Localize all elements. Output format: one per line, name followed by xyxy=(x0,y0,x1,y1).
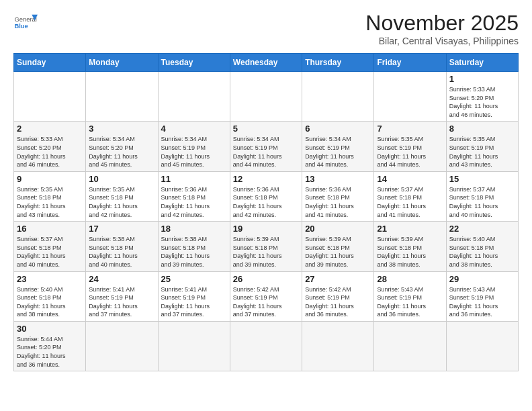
calendar-cell: 9Sunrise: 5:35 AM Sunset: 5:18 PM Daylig… xyxy=(14,171,86,221)
day-number: 9 xyxy=(17,174,83,184)
day-number: 5 xyxy=(233,124,299,134)
logo: General Blue xyxy=(13,11,38,35)
calendar-cell xyxy=(374,72,446,122)
calendar-cell: 11Sunrise: 5:36 AM Sunset: 5:18 PM Dayli… xyxy=(158,171,230,221)
day-number: 22 xyxy=(449,224,515,234)
day-info: Sunrise: 5:43 AM Sunset: 5:19 PM Dayligh… xyxy=(449,285,515,319)
calendar-cell: 14Sunrise: 5:37 AM Sunset: 5:18 PM Dayli… xyxy=(374,171,446,221)
day-info: Sunrise: 5:36 AM Sunset: 5:18 PM Dayligh… xyxy=(233,185,299,219)
calendar-cell: 21Sunrise: 5:39 AM Sunset: 5:18 PM Dayli… xyxy=(374,222,446,271)
day-info: Sunrise: 5:34 AM Sunset: 5:19 PM Dayligh… xyxy=(161,135,227,169)
day-number: 15 xyxy=(449,174,515,184)
calendar-cell xyxy=(86,321,158,371)
weekday-header-row: SundayMondayTuesdayWednesdayThursdayFrid… xyxy=(14,54,519,72)
day-info: Sunrise: 5:34 AM Sunset: 5:20 PM Dayligh… xyxy=(89,135,154,169)
day-number: 17 xyxy=(89,224,154,234)
day-number: 27 xyxy=(305,274,371,284)
day-number: 16 xyxy=(17,224,83,234)
calendar-cell: 3Sunrise: 5:34 AM Sunset: 5:20 PM Daylig… xyxy=(86,122,158,171)
day-info: Sunrise: 5:42 AM Sunset: 5:19 PM Dayligh… xyxy=(233,285,299,319)
day-number: 10 xyxy=(89,174,154,184)
calendar-cell: 6Sunrise: 5:34 AM Sunset: 5:19 PM Daylig… xyxy=(302,122,374,171)
title-area: November 2025 Bilar, Central Visayas, Ph… xyxy=(365,11,519,46)
page-header: General Blue November 2025 Bilar, Centra… xyxy=(13,11,519,46)
day-number: 29 xyxy=(449,274,515,284)
calendar-cell xyxy=(230,321,302,371)
logo-icon: General Blue xyxy=(13,11,38,35)
day-info: Sunrise: 5:36 AM Sunset: 5:18 PM Dayligh… xyxy=(305,185,371,219)
day-info: Sunrise: 5:33 AM Sunset: 5:20 PM Dayligh… xyxy=(449,85,515,119)
day-info: Sunrise: 5:33 AM Sunset: 5:20 PM Dayligh… xyxy=(17,135,83,169)
day-info: Sunrise: 5:34 AM Sunset: 5:19 PM Dayligh… xyxy=(233,135,299,169)
calendar-cell: 19Sunrise: 5:39 AM Sunset: 5:18 PM Dayli… xyxy=(230,222,302,271)
day-number: 11 xyxy=(161,174,227,184)
calendar-cell: 1Sunrise: 5:33 AM Sunset: 5:20 PM Daylig… xyxy=(446,72,518,122)
day-info: Sunrise: 5:39 AM Sunset: 5:18 PM Dayligh… xyxy=(377,235,443,269)
calendar-cell: 10Sunrise: 5:35 AM Sunset: 5:18 PM Dayli… xyxy=(86,171,158,221)
svg-text:Blue: Blue xyxy=(14,23,28,30)
calendar-cell xyxy=(302,321,374,371)
month-title: November 2025 xyxy=(365,11,519,36)
day-number: 8 xyxy=(449,124,515,134)
weekday-header-monday: Monday xyxy=(86,54,158,72)
calendar-cell: 18Sunrise: 5:38 AM Sunset: 5:18 PM Dayli… xyxy=(158,222,230,271)
day-number: 13 xyxy=(305,174,371,184)
calendar-cell xyxy=(86,72,158,122)
day-info: Sunrise: 5:35 AM Sunset: 5:19 PM Dayligh… xyxy=(449,135,515,169)
calendar-cell: 23Sunrise: 5:40 AM Sunset: 5:18 PM Dayli… xyxy=(14,271,86,321)
calendar-cell: 28Sunrise: 5:43 AM Sunset: 5:19 PM Dayli… xyxy=(374,271,446,321)
day-number: 19 xyxy=(233,224,299,234)
weekday-header-thursday: Thursday xyxy=(302,54,374,72)
day-number: 30 xyxy=(17,324,83,334)
day-number: 24 xyxy=(89,274,154,284)
day-number: 14 xyxy=(377,174,443,184)
calendar-cell xyxy=(374,321,446,371)
day-number: 20 xyxy=(305,224,371,234)
day-number: 21 xyxy=(377,224,443,234)
day-info: Sunrise: 5:38 AM Sunset: 5:18 PM Dayligh… xyxy=(161,235,227,269)
day-info: Sunrise: 5:37 AM Sunset: 5:18 PM Dayligh… xyxy=(17,235,83,269)
day-number: 23 xyxy=(17,274,83,284)
day-number: 1 xyxy=(449,74,515,84)
calendar-cell: 22Sunrise: 5:40 AM Sunset: 5:18 PM Dayli… xyxy=(446,222,518,271)
calendar-cell: 25Sunrise: 5:41 AM Sunset: 5:19 PM Dayli… xyxy=(158,271,230,321)
day-info: Sunrise: 5:40 AM Sunset: 5:18 PM Dayligh… xyxy=(17,285,83,319)
day-number: 3 xyxy=(89,124,154,134)
day-number: 4 xyxy=(161,124,227,134)
day-info: Sunrise: 5:41 AM Sunset: 5:19 PM Dayligh… xyxy=(89,285,154,319)
weekday-header-saturday: Saturday xyxy=(446,54,518,72)
calendar-week-2: 2Sunrise: 5:33 AM Sunset: 5:20 PM Daylig… xyxy=(14,122,519,171)
calendar-cell: 26Sunrise: 5:42 AM Sunset: 5:19 PM Dayli… xyxy=(230,271,302,321)
calendar-cell: 15Sunrise: 5:37 AM Sunset: 5:18 PM Dayli… xyxy=(446,171,518,221)
day-info: Sunrise: 5:44 AM Sunset: 5:20 PM Dayligh… xyxy=(17,335,83,369)
day-number: 2 xyxy=(17,124,83,134)
calendar-cell xyxy=(14,72,86,122)
calendar-cell xyxy=(158,72,230,122)
calendar-cell: 20Sunrise: 5:39 AM Sunset: 5:18 PM Dayli… xyxy=(302,222,374,271)
day-info: Sunrise: 5:35 AM Sunset: 5:18 PM Dayligh… xyxy=(89,185,154,219)
calendar-cell: 2Sunrise: 5:33 AM Sunset: 5:20 PM Daylig… xyxy=(14,122,86,171)
calendar-cell: 16Sunrise: 5:37 AM Sunset: 5:18 PM Dayli… xyxy=(14,222,86,271)
calendar-cell: 17Sunrise: 5:38 AM Sunset: 5:18 PM Dayli… xyxy=(86,222,158,271)
day-info: Sunrise: 5:39 AM Sunset: 5:18 PM Dayligh… xyxy=(305,235,371,269)
calendar-cell: 8Sunrise: 5:35 AM Sunset: 5:19 PM Daylig… xyxy=(446,122,518,171)
calendar-cell: 30Sunrise: 5:44 AM Sunset: 5:20 PM Dayli… xyxy=(14,321,86,371)
calendar-cell: 4Sunrise: 5:34 AM Sunset: 5:19 PM Daylig… xyxy=(158,122,230,171)
calendar-cell: 7Sunrise: 5:35 AM Sunset: 5:19 PM Daylig… xyxy=(374,122,446,171)
day-number: 26 xyxy=(233,274,299,284)
day-info: Sunrise: 5:35 AM Sunset: 5:18 PM Dayligh… xyxy=(17,185,83,219)
day-number: 18 xyxy=(161,224,227,234)
day-info: Sunrise: 5:34 AM Sunset: 5:19 PM Dayligh… xyxy=(305,135,371,169)
calendar-week-5: 23Sunrise: 5:40 AM Sunset: 5:18 PM Dayli… xyxy=(14,271,519,321)
calendar-cell: 29Sunrise: 5:43 AM Sunset: 5:19 PM Dayli… xyxy=(446,271,518,321)
weekday-header-friday: Friday xyxy=(374,54,446,72)
location-title: Bilar, Central Visayas, Philippines xyxy=(365,36,519,46)
day-number: 6 xyxy=(305,124,371,134)
day-number: 12 xyxy=(233,174,299,184)
calendar-week-6: 30Sunrise: 5:44 AM Sunset: 5:20 PM Dayli… xyxy=(14,321,519,371)
day-info: Sunrise: 5:43 AM Sunset: 5:19 PM Dayligh… xyxy=(377,285,443,319)
weekday-header-tuesday: Tuesday xyxy=(158,54,230,72)
calendar-cell: 24Sunrise: 5:41 AM Sunset: 5:19 PM Dayli… xyxy=(86,271,158,321)
calendar-cell: 12Sunrise: 5:36 AM Sunset: 5:18 PM Dayli… xyxy=(230,171,302,221)
day-info: Sunrise: 5:40 AM Sunset: 5:18 PM Dayligh… xyxy=(449,235,515,269)
